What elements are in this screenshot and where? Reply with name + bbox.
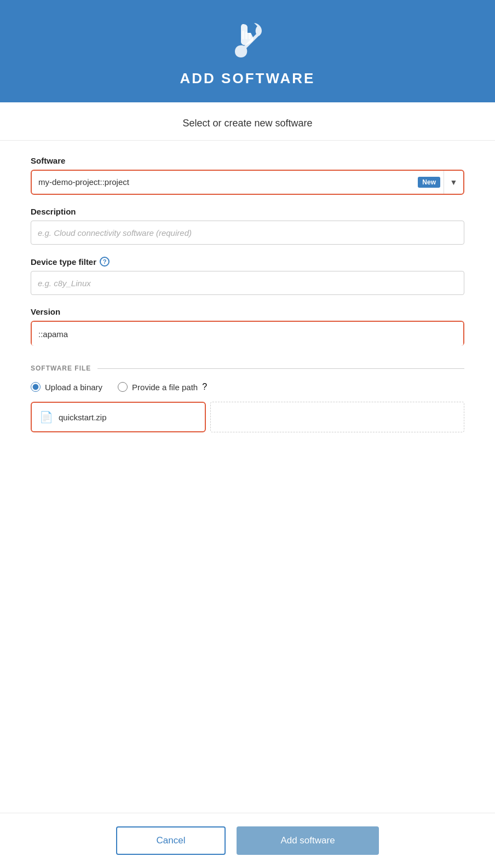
form-spacer [31, 444, 464, 797]
svg-rect-2 [249, 33, 251, 39]
file-upload-drop-zone[interactable] [210, 402, 464, 432]
dialog-footer: Cancel Add software [0, 813, 495, 868]
description-input[interactable] [31, 221, 464, 245]
radio-binary-label: Upload a binary [45, 383, 102, 392]
version-field-group: Version [31, 307, 464, 346]
svg-rect-0 [242, 31, 244, 39]
divider-line [97, 368, 464, 369]
device-type-label: Device type filter ? [31, 257, 464, 267]
description-field-group: Description [31, 207, 464, 245]
software-select-value: my-demo-project::project [32, 170, 418, 194]
file-path-help-icon[interactable]: ? [202, 382, 207, 392]
radio-upload-binary[interactable]: Upload a binary [31, 382, 102, 392]
version-input[interactable] [32, 322, 463, 346]
radio-row: Upload a binary Provide a file path ? [31, 382, 464, 392]
software-file-group: SOFTWARE FILE Upload a binary Provide a … [31, 364, 464, 432]
radio-path-label: Provide a file path [132, 383, 198, 392]
software-select[interactable]: my-demo-project::project New ▼ [31, 170, 464, 195]
software-label: Software [31, 156, 464, 165]
software-file-divider: SOFTWARE FILE [31, 364, 464, 372]
radio-file-path[interactable]: Provide a file path ? [118, 382, 207, 392]
software-dropdown-chevron[interactable]: ▼ [444, 170, 463, 194]
radio-path-input[interactable] [118, 382, 128, 392]
svg-rect-1 [245, 32, 248, 39]
dialog-header: ADD SOFTWARE [0, 0, 495, 102]
subtitle-row: Select or create new software [0, 102, 495, 141]
software-field-group: Software my-demo-project::project New ▼ [31, 156, 464, 195]
cancel-button[interactable]: Cancel [116, 826, 226, 855]
software-file-label: SOFTWARE FILE [31, 364, 91, 372]
add-software-button[interactable]: Add software [237, 826, 379, 855]
dialog-subtitle: Select or create new software [182, 118, 312, 129]
device-type-help-icon[interactable]: ? [100, 257, 110, 267]
wrench-fist-icon [226, 18, 269, 61]
radio-binary-input[interactable] [31, 382, 41, 392]
file-upload-area[interactable]: 📄 quickstart.zip [31, 402, 206, 432]
software-new-badge: New [418, 177, 440, 188]
add-software-dialog: ADD SOFTWARE Select or create new softwa… [0, 0, 495, 868]
file-document-icon: 📄 [39, 410, 53, 424]
device-type-field-group: Device type filter ? [31, 257, 464, 295]
file-name-label: quickstart.zip [59, 413, 107, 422]
device-type-input[interactable] [31, 271, 464, 295]
version-label: Version [31, 307, 464, 316]
form-body: Software my-demo-project::project New ▼ … [0, 141, 495, 813]
dialog-title: ADD SOFTWARE [180, 70, 315, 87]
version-wrapper [31, 321, 464, 346]
description-label: Description [31, 207, 464, 216]
file-upload-row: 📄 quickstart.zip [31, 402, 464, 432]
